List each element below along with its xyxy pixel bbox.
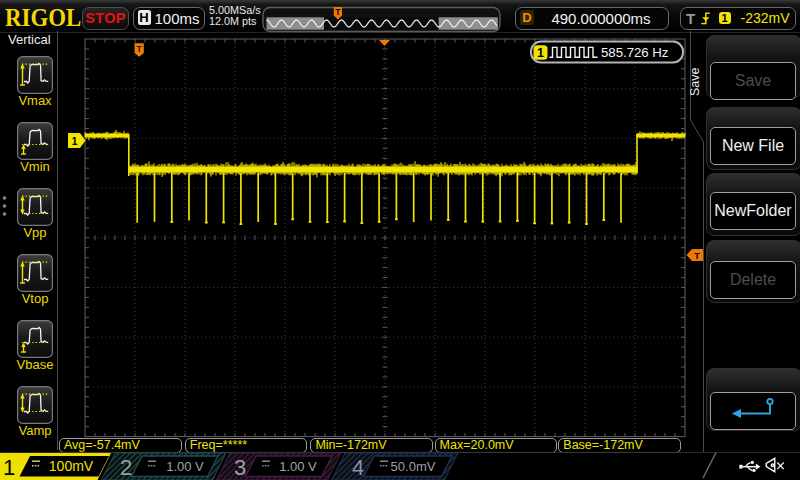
svg-text:1: 1	[537, 46, 544, 60]
svg-text:1.00 V: 1.00 V	[166, 459, 204, 474]
svg-text:Vmax: Vmax	[18, 93, 52, 108]
svg-text:Vpp: Vpp	[23, 225, 46, 240]
svg-text:1: 1	[3, 455, 15, 480]
svg-text:1: 1	[72, 136, 78, 147]
svg-text:Vtop: Vtop	[22, 291, 49, 306]
svg-text:T: T	[136, 43, 142, 54]
svg-text:Vbase: Vbase	[17, 357, 54, 372]
svg-text:50.0mV: 50.0mV	[391, 459, 436, 474]
svg-text:100mV: 100mV	[49, 458, 94, 474]
svg-text:3: 3	[234, 455, 246, 480]
svg-text:T: T	[694, 251, 700, 261]
svg-text:1.00 V: 1.00 V	[279, 459, 317, 474]
svg-text:585.726 Hz: 585.726 Hz	[601, 45, 668, 60]
svg-text:Vamp: Vamp	[19, 423, 52, 438]
svg-text:Vmin: Vmin	[20, 159, 50, 174]
svg-text:4: 4	[352, 455, 364, 480]
svg-text:2: 2	[120, 455, 132, 480]
